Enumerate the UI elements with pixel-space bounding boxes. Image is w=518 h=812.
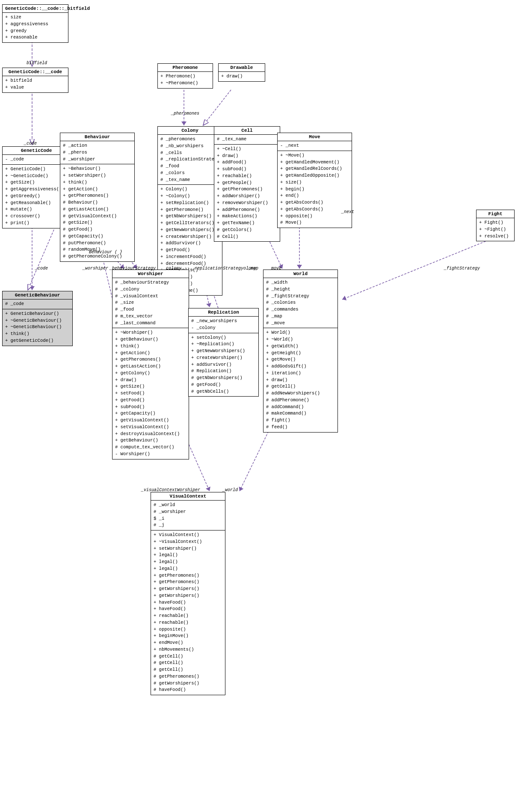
- label-bitfield: bitfield: [27, 61, 47, 65]
- box-title: GeneticBehaviour: [3, 291, 72, 299]
- box-title: Pheromone: [158, 64, 213, 72]
- box-drawable: Drawable + draw(): [218, 63, 265, 82]
- box-visual-context: VisualContext # _world # _worshiper $ _i…: [151, 492, 225, 695]
- box-move: Move - _next + ~Move() + getHandledMovem…: [277, 133, 352, 228]
- box-replication: Replication # _new_worshipers - _colony …: [188, 308, 259, 397]
- box-section: # _pheromones # _nb_worshipers # _cells …: [158, 135, 222, 185]
- box-title: Cell: [214, 127, 280, 135]
- box-section: + ~Move() + getHandledMovement() + getHa…: [278, 151, 352, 228]
- label-worshiper: _worshiper: [83, 266, 108, 271]
- label-pheromones: _pheromones: [171, 111, 199, 116]
- box-genetic-code-bitfield: GeneticCode::__code::_bitfield + size + …: [2, 4, 68, 43]
- label-behaviour-strategy: _behaviourStrategy: [110, 266, 156, 271]
- box-title: Behaviour: [60, 133, 134, 141]
- box-title: GeneticCode::__code: [3, 68, 68, 76]
- box-section: # _world # _worshiper $ _i # _j: [151, 501, 225, 530]
- box-section: # _tex_name: [214, 135, 280, 145]
- label-colony: _colony: [163, 266, 181, 271]
- label-map: _map: [248, 266, 258, 271]
- box-title: World: [263, 270, 337, 278]
- label-move: _move: [269, 266, 281, 271]
- box-section: + bitfield + value: [3, 76, 68, 92]
- box-title: Worshiper: [112, 270, 189, 278]
- label-replication-strategy: _replicationStrategyolony: [192, 266, 256, 271]
- box-section: # _new_worshipers - _colony: [189, 317, 258, 333]
- box-worshiper: Worshiper # _behaviourStrategy # _colony…: [112, 270, 189, 459]
- box-behaviour: Behaviour # _action # _pheros # _worship…: [60, 133, 135, 262]
- box-section: + size + aggressiveness + greedy + reaso…: [3, 13, 68, 42]
- box-title: Drawable: [219, 64, 265, 72]
- box-section: # _code: [3, 299, 72, 309]
- label-code-1: _code: [24, 141, 37, 146]
- arrows-svg: [0, 0, 518, 812]
- box-pheromone: Pheromone + Pheromone() + ~Pheromone(): [157, 63, 213, 89]
- box-title: Move: [278, 133, 352, 141]
- box-world: World # _width # _height # _fightStrateg…: [263, 270, 338, 433]
- box-section: + ~Cell() + draw() + addFood() + subFood…: [214, 145, 280, 242]
- box-section: + Fight() + ~Fight() + resolve(): [477, 218, 514, 241]
- box-section: # _width # _height # _fightStrategy # _c…: [263, 278, 337, 328]
- box-section: + setColony() + ~Replication() + getNewW…: [189, 333, 258, 397]
- label-fight-strategy: _fightStrategy: [444, 266, 480, 271]
- box-section: + World() + ~World() + getWidth() + getH…: [263, 328, 337, 432]
- box-fight: Fight + Fight() + ~Fight() + resolve(): [476, 210, 515, 241]
- label-code-2: _code: [35, 266, 48, 271]
- box-section: - _next: [278, 141, 352, 151]
- box-section: + Pheromone() + ~Pheromone(): [158, 72, 213, 88]
- box-title: GeneticCode::__code::_bitfield: [3, 5, 68, 13]
- uml-diagram: GeneticCode::__code::_bitfield + size + …: [0, 0, 518, 812]
- box-cell: Cell # _tex_name + ~Cell() + draw() + ad…: [214, 126, 280, 242]
- box-title: Fight: [477, 210, 514, 218]
- box-genetic-code-code: GeneticCode::__code + bitfield + value: [2, 68, 68, 93]
- label-behaviour-bracket: Behaviour ( }: [89, 250, 122, 255]
- box-section: + draw(): [219, 72, 265, 81]
- box-genetic-behaviour: GeneticBehaviour # _code + GeneticBehavi…: [2, 291, 73, 346]
- box-section: + ~Behaviour() + setWorshiper() + think(…: [60, 164, 134, 261]
- box-title: Replication: [189, 308, 258, 317]
- box-section: # _behaviourStrategy # _colony # _visual…: [112, 278, 189, 328]
- box-section: # _action # _pheros # _worshiper: [60, 141, 134, 164]
- label-next: _next: [341, 210, 354, 214]
- box-section: + VisualContext() + ~VisualContext() + s…: [151, 530, 225, 695]
- box-section: + ~Worshiper() + getBehaviour() + think(…: [112, 328, 189, 459]
- box-title: Colony: [158, 127, 222, 135]
- box-section: + GeneticBehaviour() + ~GeneticBehaviour…: [3, 309, 72, 346]
- box-title: VisualContext: [151, 492, 225, 501]
